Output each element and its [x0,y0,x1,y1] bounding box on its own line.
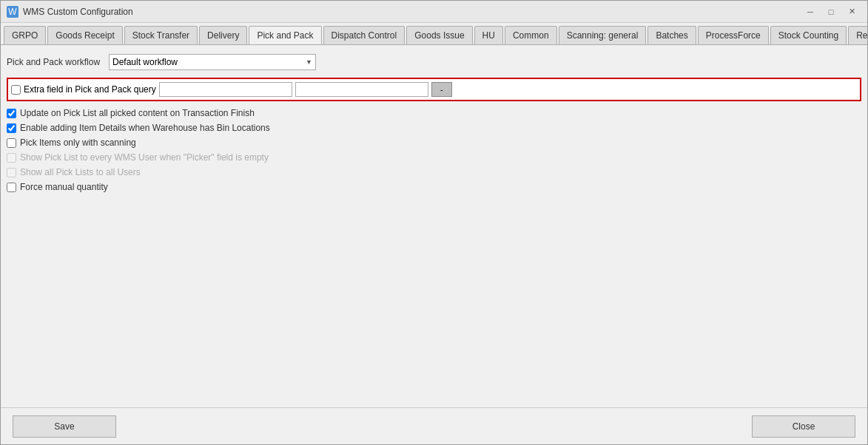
checkbox-label-force-manual[interactable]: Force manual quantity [20,182,108,192]
app-icon: W [7,6,18,18]
checkbox-row-show-all-pick-lists: Show all Pick Lists to all Users [7,165,861,180]
title-bar-left: W WMS Custom Configuration [7,6,133,18]
checkbox-row-update-pick-list: Update on Pick List all picked content o… [7,106,861,120]
checkbox-show-all-pick-lists [7,168,16,177]
checkbox-pick-items-scanning[interactable] [7,138,16,148]
checkbox-row-force-manual: Force manual quantity [7,180,861,194]
extra-field-checkbox[interactable] [11,85,21,95]
tab-pick-and-pack[interactable]: Pick and Pack [249,26,321,45]
checkbox-enable-adding[interactable] [7,123,16,133]
checkbox-force-manual[interactable] [7,183,16,192]
tab-bar: GRPOGoods ReceiptStock TransferDeliveryP… [1,23,867,45]
checkbox-show-pick-list-empty [7,153,16,163]
workflow-label: Pick and Pack workflow [7,57,103,67]
extra-field-section: Extra field in Pick and Pack query - [7,78,861,101]
tab-stock-counting[interactable]: Stock Counting [770,26,847,44]
title-bar: W WMS Custom Configuration ─ □ ✕ [1,1,867,23]
content-area: Pick and Pack workflow Default workflowW… [1,45,867,407]
tab-batches[interactable]: Batches [647,26,696,44]
checkbox-label-pick-items-scanning[interactable]: Pick Items only with scanning [20,137,136,148]
checkbox-row-enable-adding: Enable adding Item Details when Warehous… [7,120,861,135]
maximize-button[interactable]: □ [821,4,841,19]
checkboxes-container: Update on Pick List all picked content o… [7,106,861,194]
checkbox-label-show-all-pick-lists: Show all Pick Lists to all Users [20,167,141,177]
title-bar-controls: ─ □ ✕ [801,4,861,19]
window-title: WMS Custom Configuration [23,7,133,17]
save-button[interactable]: Save [13,415,116,438]
footer: Save Close [1,407,867,444]
checkbox-label-enable-adding[interactable]: Enable adding Item Details when Warehous… [20,123,270,133]
checkbox-label-update-pick-list[interactable]: Update on Pick List all picked content o… [20,108,255,118]
minimize-button[interactable]: ─ [801,4,820,19]
checkbox-row-show-pick-list-empty: Show Pick List to every WMS User when "P… [7,150,861,165]
tab-grpo[interactable]: GRPO [4,26,46,44]
extra-field-input[interactable] [159,82,292,97]
tab-scanning-general[interactable]: Scanning: general [559,26,647,44]
workflow-select[interactable]: Default workflowWorkflow 1Workflow 2 [109,54,316,70]
tab-hu[interactable]: HU [474,26,503,44]
checkbox-row-pick-items-scanning: Pick Items only with scanning [7,135,861,150]
tab-goods-receipt[interactable]: Goods Receipt [47,26,122,44]
workflow-row: Pick and Pack workflow Default workflowW… [7,51,861,73]
extra-field-button[interactable]: - [431,82,452,97]
tab-common[interactable]: Common [505,26,557,44]
tab-return[interactable]: Return [848,26,867,44]
main-window: W WMS Custom Configuration ─ □ ✕ GRPOGoo… [0,0,868,445]
tab-stock-transfer[interactable]: Stock Transfer [124,26,198,44]
tab-delivery[interactable]: Delivery [199,26,247,44]
extra-field-label[interactable]: Extra field in Pick and Pack query [24,84,156,95]
workflow-select-wrapper: Default workflowWorkflow 1Workflow 2 [109,54,316,70]
tab-goods-issue[interactable]: Goods Issue [406,26,472,44]
tab-dispatch-control[interactable]: Dispatch Control [323,26,406,44]
extra-field-input2[interactable] [295,82,428,97]
tab-processforce[interactable]: ProcessForce [698,26,769,44]
close-button[interactable]: Close [752,415,855,438]
checkbox-update-pick-list[interactable] [7,109,16,118]
checkbox-label-show-pick-list-empty: Show Pick List to every WMS User when "P… [20,152,269,163]
close-window-button[interactable]: ✕ [842,4,861,19]
